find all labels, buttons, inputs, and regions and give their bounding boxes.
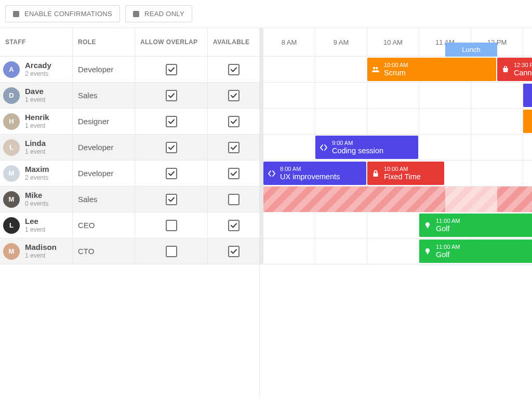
event[interactable]: 11:00 AM Golf <box>419 240 532 263</box>
staff-grid: STAFF ROLE ALLOW OVERLAP AVAILABLE A Arc… <box>0 28 260 397</box>
col-header-available[interactable]: AVAILABLE <box>208 28 260 56</box>
avatar: D <box>3 87 20 104</box>
staff-row[interactable]: L Lee 1 event CEO <box>0 212 259 238</box>
available-cell <box>208 161 260 186</box>
staff-name: Arcady <box>25 61 51 70</box>
available-cell <box>208 187 260 212</box>
timeline-cell[interactable] <box>263 57 315 82</box>
checkbox[interactable] <box>166 90 177 101</box>
timeline-cell[interactable] <box>263 135 315 160</box>
timeline-cell[interactable] <box>315 238 367 264</box>
bag-icon <box>501 65 510 74</box>
event-title: UX improvements <box>280 172 340 181</box>
checkbox[interactable] <box>228 64 240 75</box>
timeline-cell[interactable] <box>419 83 471 108</box>
enable-confirmations-label: ENABLE CONFIRMATIONS <box>24 10 112 18</box>
event[interactable]: 9:00 AM Coding session <box>315 136 418 159</box>
event[interactable]: 8:00 AM UX improvements <box>263 162 366 185</box>
event[interactable] <box>523 110 532 133</box>
timeline-row <box>260 109 532 135</box>
read-only-button[interactable]: READ ONLY <box>125 5 192 22</box>
timeline-cell[interactable] <box>263 109 315 134</box>
staff-row[interactable]: L Linda 1 event Developer <box>0 135 259 161</box>
timeline-cell[interactable] <box>419 135 471 160</box>
checkbox[interactable] <box>166 64 177 75</box>
col-header-overlap[interactable]: ALLOW OVERLAP <box>135 28 208 56</box>
staff-row[interactable]: M Maxim 2 events Developer <box>0 161 259 187</box>
staff-row[interactable]: M Madison 1 event CTO <box>0 238 259 264</box>
event[interactable]: 10:00 AM Scrum <box>367 58 496 81</box>
checkbox[interactable] <box>166 168 177 179</box>
event-title: Golf <box>436 224 460 233</box>
timeline-gutter <box>260 187 263 212</box>
checkbox[interactable] <box>166 194 177 205</box>
checkbox[interactable] <box>228 220 240 231</box>
timeline-cell[interactable] <box>263 238 315 264</box>
timeline-row: 10:00 AM Scrum 12:30 PM Cannot be dragge… <box>260 57 532 83</box>
timeline-cell[interactable] <box>315 212 367 238</box>
checkbox[interactable] <box>228 168 240 179</box>
staff-row[interactable]: D Dave 1 event Sales <box>0 83 259 109</box>
staff-row[interactable]: H Henrik 1 event Designer <box>0 109 259 135</box>
staff-cell: M Mike 0 events <box>0 187 73 212</box>
timeline-cell[interactable] <box>315 83 367 108</box>
timeline-gutter <box>260 135 263 160</box>
timeline-cell[interactable] <box>315 57 367 82</box>
staff-row[interactable]: A Arcady 2 events Developer <box>0 57 259 83</box>
timeline-gutter <box>260 212 263 238</box>
timeline-cell[interactable] <box>523 161 532 186</box>
timeline-cell[interactable] <box>263 83 315 108</box>
event-time: 10:00 AM <box>384 62 408 69</box>
col-header-staff[interactable]: STAFF <box>0 28 73 56</box>
timeline-cell[interactable] <box>523 135 532 160</box>
checkbox[interactable] <box>166 220 177 231</box>
staff-row[interactable]: M Mike 0 events Sales <box>0 187 259 212</box>
timeline-cell[interactable] <box>471 161 523 186</box>
event[interactable]: 11:00 AM Golf <box>419 214 532 237</box>
overlap-cell <box>135 238 208 264</box>
staff-event-count: 1 event <box>25 252 57 260</box>
timeline-cell[interactable] <box>367 109 419 134</box>
timeline-cell[interactable] <box>471 109 523 134</box>
checkbox[interactable] <box>166 116 177 127</box>
role-cell: Designer <box>73 109 135 134</box>
staff-name: Linda <box>25 139 46 148</box>
available-cell <box>208 238 260 264</box>
lock-icon <box>371 169 380 178</box>
checkbox[interactable] <box>228 246 240 257</box>
timeline-cell[interactable] <box>471 83 523 108</box>
timeline-cell[interactable] <box>367 83 419 108</box>
checkbox[interactable] <box>228 90 240 101</box>
role-cell: CEO <box>73 212 135 238</box>
event[interactable]: 10:00 AM Fixed Time <box>367 162 444 185</box>
available-cell <box>208 83 260 108</box>
timeline-cell[interactable] <box>315 109 367 134</box>
staff-event-count: 2 events <box>25 71 51 78</box>
staff-event-count: 1 event <box>25 123 49 130</box>
role-cell: Sales <box>73 187 135 212</box>
col-header-role[interactable]: ROLE <box>73 28 135 56</box>
checkbox[interactable] <box>228 116 240 127</box>
checkbox[interactable] <box>166 142 177 153</box>
bulb-icon <box>423 247 432 256</box>
enable-confirmations-button[interactable]: ENABLE CONFIRMATIONS <box>5 5 120 22</box>
checkbox-icon <box>133 11 139 17</box>
timeline-cell[interactable] <box>263 212 315 238</box>
event-title: Scrum <box>384 69 408 77</box>
time-header-cell <box>523 28 532 56</box>
checkbox[interactable] <box>228 142 240 153</box>
timeline-cell[interactable] <box>471 135 523 160</box>
checkbox[interactable] <box>166 246 177 257</box>
timeline-cell[interactable] <box>367 212 419 238</box>
users-icon <box>371 65 380 74</box>
event[interactable] <box>523 84 532 107</box>
overlap-cell <box>135 187 208 212</box>
checkbox[interactable] <box>228 194 240 205</box>
timeline-cell[interactable] <box>367 238 419 264</box>
code-icon <box>268 169 276 178</box>
staff-cell: D Dave 1 event <box>0 83 73 108</box>
event[interactable]: 12:30 PM Cannot be dragged <box>497 58 532 81</box>
timeline-cell[interactable] <box>419 109 471 134</box>
staff-event-count: 1 event <box>25 149 46 156</box>
staff-grid-header: STAFF ROLE ALLOW OVERLAP AVAILABLE <box>0 28 259 57</box>
